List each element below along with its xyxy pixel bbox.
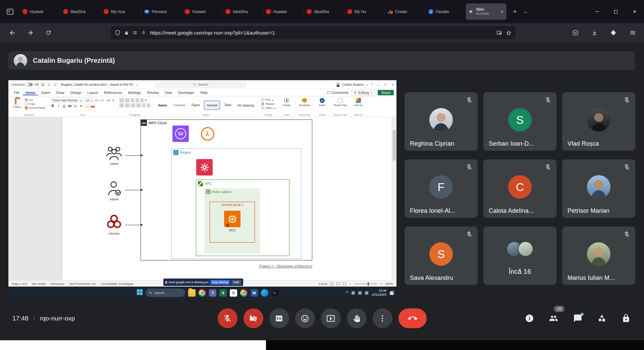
windows-start-button[interactable]	[137, 289, 143, 296]
captions-button[interactable]	[269, 308, 289, 328]
read-mode-icon[interactable]	[330, 282, 333, 285]
reuse-files-button[interactable]: Reuse Files	[334, 98, 347, 112]
window-restore-button[interactable]	[606, 0, 625, 23]
participant-tile[interactable]: F Florea Ionel-Al...	[405, 159, 478, 218]
share-button[interactable]: Share	[378, 90, 394, 95]
select-button[interactable]: Select	[261, 106, 275, 109]
strikethrough-button[interactable]: ab	[68, 104, 72, 108]
stop-sharing-button[interactable]: Stop sharing	[210, 280, 230, 285]
browser-tab[interactable]: My Hu	[344, 3, 385, 20]
pilcrow-button[interactable]: ¶	[145, 99, 147, 102]
forward-button[interactable]	[23, 26, 37, 39]
participant-tile[interactable]: S Sava Alexandru	[405, 227, 478, 285]
lock-icon[interactable]	[124, 31, 129, 35]
editing-mode-button[interactable]: Editing	[352, 90, 375, 95]
ribbon-tab-view[interactable]: View	[162, 90, 175, 95]
paste-button[interactable]: Paste	[12, 98, 23, 112]
shared-screen[interactable]: AutoSaveOff Bugariu_Catalin-fcc-proiect.…	[8, 80, 396, 299]
browser-tab[interactable]: Persona	[141, 3, 182, 20]
participants-panel-button[interactable]: 25	[549, 314, 558, 323]
participant-tile[interactable]: C Calota Adelina...	[483, 159, 556, 218]
accessibility-status[interactable]: Accessibility: Investigate	[101, 282, 133, 286]
tray-expand-icon[interactable]	[345, 291, 348, 295]
url-bar[interactable]: https://meet.google.com/rqo-nurr-oxp?pli…	[111, 26, 516, 39]
overflow-participants-tile[interactable]: Încă 16	[483, 227, 556, 285]
ribbon-tab-review[interactable]: Review	[144, 90, 161, 95]
word-restore-button[interactable]: ▢	[384, 83, 387, 86]
end-call-button[interactable]	[398, 308, 427, 328]
justify-icon[interactable]	[137, 104, 141, 107]
permissions-icon[interactable]	[132, 30, 138, 35]
change-case-button[interactable]: Aa	[106, 99, 110, 102]
redo-icon[interactable]	[53, 83, 57, 87]
notification-bell-icon[interactable]	[390, 291, 394, 295]
host-controls-button[interactable]	[622, 314, 631, 323]
comments-button[interactable]: Comments	[327, 91, 349, 95]
shrink-font-button[interactable]: A˅	[100, 99, 105, 102]
scrollbar-thumb[interactable]	[393, 130, 396, 161]
browser-tab[interactable]: IdeaSha	[60, 3, 101, 20]
ribbon-tab-developer[interactable]: Developer	[175, 90, 197, 95]
taskbar-clock[interactable]: 15:4813/11/2023	[372, 289, 386, 297]
print-layout-icon[interactable]	[336, 282, 340, 285]
raise-hand-button[interactable]	[347, 308, 367, 328]
replace-button[interactable]: Replace	[261, 102, 275, 105]
tab-list-dropdown-button[interactable]	[521, 6, 531, 17]
participant-tile[interactable]: Marius Iulian M...	[562, 227, 635, 285]
font-name-select[interactable]: Times New Roman	[51, 98, 83, 103]
align-left-icon[interactable]	[119, 104, 124, 107]
format-painter-button[interactable]: Format Painter	[25, 106, 46, 109]
reload-button[interactable]	[42, 26, 55, 39]
ribbon-tab-mailings[interactable]: Mailings	[125, 90, 144, 95]
grow-font-button[interactable]: A˄	[95, 99, 99, 102]
sensitivity-button[interactable]: Sensitivity	[298, 98, 311, 112]
align-center-icon[interactable]	[125, 104, 129, 107]
word-minimize-button[interactable]: –	[377, 83, 379, 87]
window-close-button[interactable]: ×	[625, 0, 644, 23]
chat-panel-button[interactable]	[573, 314, 582, 323]
font-color-button[interactable]	[91, 104, 95, 108]
style-anexe[interactable]: Anexe	[155, 101, 169, 110]
superscript-button[interactable]: x²	[79, 104, 84, 108]
word-close-button[interactable]: ×	[392, 83, 394, 87]
hide-notice-button[interactable]: Hide	[231, 280, 241, 285]
browser-tab[interactable]: Huawei	[19, 3, 60, 20]
participant-tile[interactable]: Vlad Roșca	[562, 92, 635, 151]
cut-button[interactable]: Cut	[25, 98, 46, 101]
browser-tab[interactable]: Huawei	[263, 3, 304, 20]
firefox-view-button[interactable]	[3, 4, 17, 19]
language-indicator[interactable]: Romanian	[51, 282, 64, 286]
style-normal-selected[interactable]: Normal	[204, 101, 220, 110]
save-icon[interactable]	[41, 83, 45, 86]
downloads-icon[interactable]	[588, 26, 601, 39]
addins-button[interactable]: Add-ins	[352, 98, 365, 112]
ribbon-tab-layout[interactable]: Layout	[85, 90, 101, 95]
document-scrollbar[interactable]	[392, 117, 396, 280]
taskbar-search-box[interactable]: Search	[146, 289, 185, 297]
italic-button[interactable]: I	[56, 104, 61, 108]
editor-button[interactable]: Editor	[316, 98, 329, 112]
zoom-slider[interactable]	[354, 284, 378, 284]
browser-tab[interactable]: IdeaSha	[222, 3, 263, 20]
tray-mic-icon[interactable]	[352, 291, 355, 295]
ribbon-tab-help[interactable]: Help	[198, 90, 210, 95]
browser-tab[interactable]: fFacebo	[425, 3, 466, 20]
excel-file-icon[interactable]: X	[230, 289, 237, 297]
autosave-toggle[interactable]: AutoSaveOff	[11, 83, 39, 86]
mic-mute-button[interactable]	[218, 308, 237, 328]
more-options-button[interactable]	[373, 308, 392, 328]
terminal-icon[interactable]: >_	[271, 289, 279, 297]
multilevel-list-icon[interactable]	[131, 99, 134, 102]
ribbon-display-button[interactable]	[371, 83, 373, 87]
undo-icon[interactable]	[47, 83, 51, 87]
bold-button[interactable]: B	[51, 104, 55, 108]
file-explorer-icon[interactable]	[188, 289, 196, 297]
font-size-select[interactable]: 14	[84, 98, 93, 103]
teams-icon[interactable]: T	[209, 289, 216, 297]
bullets-icon[interactable]	[119, 99, 124, 102]
page-indicator[interactable]: Page 2 of 4	[12, 282, 27, 286]
browser-tab[interactable]: My Hua	[101, 3, 141, 20]
word-icon[interactable]: W	[251, 289, 258, 297]
participant-tile[interactable]: Reghina Ciprian	[405, 92, 478, 151]
word-search-box[interactable]: Search	[155, 82, 246, 88]
